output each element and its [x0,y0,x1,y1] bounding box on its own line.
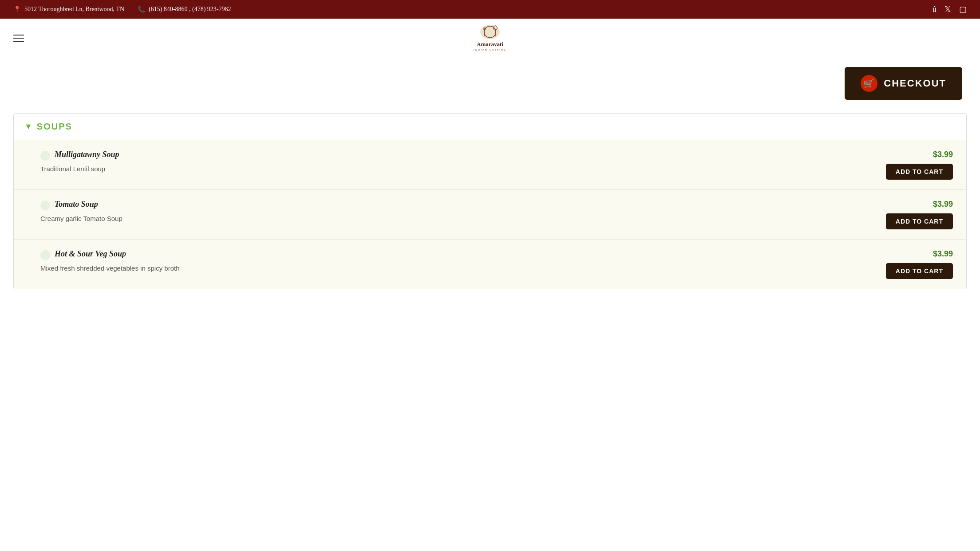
item-description: Traditional Lentil soup [40,165,882,173]
checkout-button[interactable]: 🛒 CHECKOUT [845,67,962,100]
hamburger-menu[interactable] [13,35,24,42]
svg-text:INDIAN CUISINE: INDIAN CUISINE [474,48,506,51]
checkout-label: CHECKOUT [884,78,946,89]
item-price-action: $3.99 ADD TO CART [882,150,953,180]
twitter-icon[interactable]: 𝕏 [944,4,951,14]
hamburger-line-2 [13,38,24,39]
social-links[interactable]: û 𝕏 ▢ [933,4,967,14]
address-text: 5012 Thoroughbred Ln, Brentwood, TN [24,6,124,13]
item-price-action: $3.99 ADD TO CART [882,200,953,229]
item-price: $3.99 [933,249,953,259]
menu-item: Tomato Soup Creamy garlic Tomato Soup $3… [14,189,966,239]
item-name: Mulligatawny Soup [55,150,119,159]
item-name-row: Tomato Soup [40,200,882,210]
logo-svg: Amaravati INDIAN CUISINE [472,23,508,52]
soups-section: ▼ SOUPS Mulligatawny Soup Traditional Le… [13,113,967,289]
item-name: Tomato Soup [55,200,98,209]
address-item: 📍 5012 Thoroughbred Ln, Brentwood, TN [13,6,124,13]
item-price: $3.99 [933,200,953,209]
top-bar-contact: 📍 5012 Thoroughbred Ln, Brentwood, TN 📞 … [13,6,231,13]
logo: Amaravati INDIAN CUISINE [472,23,508,53]
item-info: Hot & Sour Veg Soup Mixed fresh shredded… [40,249,882,272]
add-to-cart-button[interactable]: ADD TO CART [886,263,953,279]
item-description: Creamy garlic Tomato Soup [40,215,882,222]
hamburger-line-3 [13,41,24,42]
hamburger-line-1 [13,35,24,35]
top-bar: 📍 5012 Thoroughbred Ln, Brentwood, TN 📞 … [0,0,980,19]
item-description: Mixed fresh shredded vegetables in spicy… [40,264,882,272]
item-price-action: $3.99 ADD TO CART [882,249,953,279]
item-name: Hot & Sour Veg Soup [55,249,126,259]
item-info: Tomato Soup Creamy garlic Tomato Soup [40,200,882,222]
add-to-cart-button[interactable]: ADD TO CART [886,213,953,229]
location-icon: 📍 [13,6,21,13]
phone-item: 📞 (615) 840-8860 , (478) 923-7982 [138,6,231,13]
instagram-icon[interactable]: ▢ [959,4,967,14]
leaf-icon [40,250,50,260]
soups-header: ▼ SOUPS [14,114,966,140]
soups-title: SOUPS [37,122,72,132]
leaf-icon [40,201,50,210]
item-price: $3.99 [933,150,953,159]
item-info: Mulligatawny Soup Traditional Lentil sou… [40,150,882,173]
phone-icon: 📞 [138,6,145,13]
menu-items-list: Mulligatawny Soup Traditional Lentil sou… [14,140,966,289]
leaf-icon [40,151,50,161]
item-name-row: Mulligatawny Soup [40,150,882,161]
header: Amaravati INDIAN CUISINE [0,19,980,58]
checkout-cart-icon: 🛒 [861,75,877,92]
section-collapse-arrow[interactable]: ▼ [24,122,32,131]
add-to-cart-button[interactable]: ADD TO CART [886,164,953,180]
svg-text:Amaravati: Amaravati [477,41,503,47]
menu-item: Hot & Sour Veg Soup Mixed fresh shredded… [14,239,966,289]
menu-item: Mulligatawny Soup Traditional Lentil sou… [14,140,966,189]
phone-text: (615) 840-8860 , (478) 923-7982 [149,6,231,13]
item-name-row: Hot & Sour Veg Soup [40,249,882,260]
facebook-icon[interactable]: û [933,5,937,14]
checkout-area: 🛒 CHECKOUT [0,58,980,104]
